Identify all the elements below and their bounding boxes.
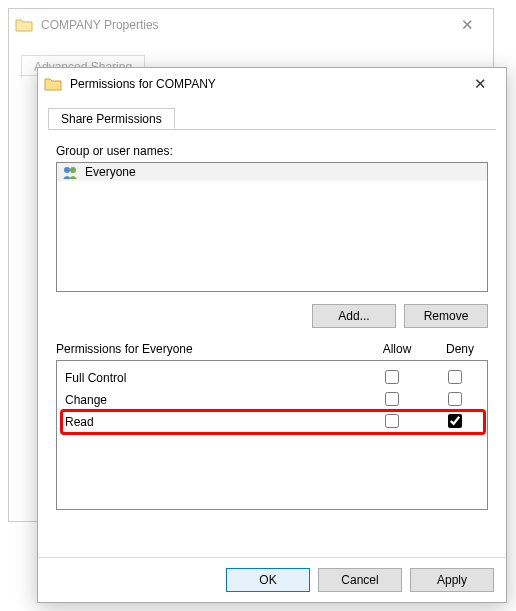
add-button[interactable]: Add... [312, 304, 396, 328]
svg-point-1 [70, 167, 76, 173]
deny-checkbox[interactable] [448, 370, 462, 384]
cancel-button[interactable]: Cancel [318, 568, 402, 592]
tab-strip: Share Permissions [48, 108, 496, 130]
allow-column-header: Allow [362, 342, 432, 356]
allow-checkbox[interactable] [385, 370, 399, 384]
deny-checkbox[interactable] [448, 414, 462, 428]
permission-row: Read [65, 411, 483, 433]
permission-name: Full Control [65, 371, 357, 385]
group-icon [61, 165, 79, 179]
dialog-content: Group or user names: Everyone Add... Rem… [38, 130, 506, 557]
svg-point-0 [64, 167, 70, 173]
permissions-window: Permissions for COMPANY ✕ Share Permissi… [37, 67, 507, 603]
remove-button[interactable]: Remove [404, 304, 488, 328]
apply-button[interactable]: Apply [410, 568, 494, 592]
permission-row: Full Control [65, 367, 483, 389]
permissions-header: Permissions for Everyone Allow Deny [56, 342, 488, 356]
permission-name: Change [65, 393, 357, 407]
group-listbox[interactable]: Everyone [56, 162, 488, 292]
folder-icon [44, 77, 62, 91]
allow-checkbox[interactable] [385, 392, 399, 406]
properties-titlebar: COMPANY Properties ✕ [9, 9, 493, 41]
dialog-buttons: OK Cancel Apply [38, 557, 506, 602]
close-icon[interactable]: ✕ [447, 16, 487, 34]
permission-name: Read [65, 415, 357, 429]
group-names-label: Group or user names: [56, 144, 488, 158]
permissions-titlebar: Permissions for COMPANY ✕ [38, 68, 506, 100]
list-item[interactable]: Everyone [57, 163, 487, 181]
deny-checkbox[interactable] [448, 392, 462, 406]
group-name: Everyone [85, 165, 136, 179]
permissions-for-label: Permissions for Everyone [56, 342, 362, 356]
properties-title: COMPANY Properties [41, 18, 447, 32]
group-buttons: Add... Remove [56, 304, 488, 328]
permissions-listbox[interactable]: Full ControlChangeRead [56, 360, 488, 510]
permissions-title: Permissions for COMPANY [70, 77, 460, 91]
permission-row: Change [65, 389, 483, 411]
ok-button[interactable]: OK [226, 568, 310, 592]
allow-checkbox[interactable] [385, 414, 399, 428]
close-icon[interactable]: ✕ [460, 75, 500, 93]
folder-icon [15, 18, 33, 32]
tab-share-permissions[interactable]: Share Permissions [48, 108, 175, 129]
deny-column-header: Deny [432, 342, 488, 356]
